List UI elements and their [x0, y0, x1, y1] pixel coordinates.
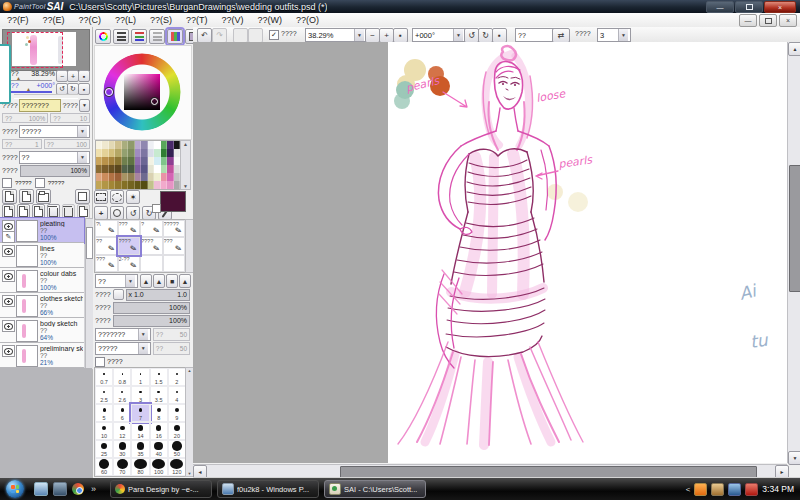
swatch-scroll-up-icon[interactable]: ▲ — [183, 141, 188, 147]
lasso-tool[interactable] — [110, 190, 124, 204]
navigator-thumbnail[interactable] — [2, 29, 90, 71]
volume-tray-icon[interactable] — [745, 483, 758, 496]
redo-button[interactable]: ↷ — [212, 28, 227, 43]
scroll-down-button[interactable]: ▼ — [788, 451, 800, 465]
canvas-viewport[interactable]: pearls loose pearls Ai tu — [193, 42, 787, 463]
brush-size-70[interactable]: 70 — [113, 458, 131, 476]
brush-size-0.7[interactable]: 0.7 — [95, 368, 113, 386]
rect-select-tool[interactable] — [94, 190, 108, 204]
brush-tool-4[interactable]: ??✎ — [95, 237, 118, 254]
brush-tool-3[interactable]: ?????✎ — [163, 220, 186, 237]
taskbar-button-1[interactable]: f0u2k8 - Windows P... — [217, 480, 319, 498]
texture-combo[interactable]: ????? ▼ — [19, 125, 90, 138]
transfer-layer-button[interactable] — [2, 204, 15, 219]
scroll-up-button[interactable]: ▲ — [788, 42, 800, 56]
brush-tip-shape-3[interactable]: ▲ — [179, 274, 191, 288]
brush-tool-0[interactable]: ?\✎ — [95, 220, 118, 237]
layer-option-checkbox-1[interactable] — [2, 178, 12, 188]
layer-visibility-toggle[interactable] — [2, 270, 15, 282]
brush-size-9[interactable]: 9 — [168, 404, 186, 422]
duplicate-layer-button[interactable] — [17, 204, 30, 219]
brush-size-35[interactable]: 35 — [131, 440, 149, 458]
chrome-quicklaunch-icon[interactable] — [72, 483, 84, 495]
brush-texture-combo-2[interactable]: ????? ▼ — [95, 342, 151, 355]
layer-visibility-toggle[interactable] — [2, 295, 15, 307]
swatches-toggle[interactable] — [167, 29, 183, 44]
merge-layer-button[interactable] — [32, 204, 45, 219]
angle-dropdown-icon[interactable]: ▼ — [453, 29, 463, 41]
zoom-dropdown-icon[interactable]: ▼ — [354, 29, 364, 41]
minimize-button[interactable]: — — [706, 1, 734, 13]
window-switcher-icon[interactable] — [53, 482, 67, 496]
canvas-zoom-reset-button[interactable]: ▪ — [393, 28, 408, 43]
brush-tip-dropdown-icon[interactable]: ▼ — [125, 275, 135, 287]
brush-size-slider[interactable]: x 1.01.0 — [126, 289, 190, 301]
brush-option-checkbox[interactable] — [95, 357, 105, 367]
brush-size-10[interactable]: 10 — [95, 422, 113, 440]
horizontal-scrollbar[interactable]: ◄ ► — [193, 464, 787, 478]
swatch-scrollbar[interactable]: ▲ ▼ — [180, 140, 191, 190]
navigator-zoom-slider-marker[interactable]: ▲ — [16, 75, 21, 81]
mdi-close-button[interactable]: × — [779, 14, 797, 27]
brush-size-20[interactable]: 20 — [168, 422, 186, 440]
texture-dropdown-icon[interactable]: ▼ — [77, 126, 87, 137]
network-tray-icon[interactable] — [728, 483, 741, 496]
navigator-viewport-rect[interactable] — [7, 32, 63, 68]
brush-size-16[interactable]: 16 — [150, 422, 168, 440]
quick-launch-more[interactable]: » — [91, 484, 96, 494]
close-button[interactable]: × — [764, 1, 796, 13]
layer-opacity-slider[interactable]: 100% — [20, 165, 90, 177]
move-tool[interactable]: + — [94, 206, 108, 220]
brush-tool-7[interactable]: ???✎ — [163, 237, 186, 254]
menu-item-5[interactable]: ??(T) — [179, 15, 215, 25]
vertical-scrollbar[interactable]: ▲ ▼ — [787, 42, 800, 463]
new-folder-button[interactable] — [36, 189, 51, 204]
brush-tool-9[interactable]: 2-??✎ — [118, 255, 141, 272]
swatch-scroll-down-icon[interactable]: ▼ — [183, 183, 188, 189]
brush-size-1[interactable]: 1 — [131, 368, 149, 386]
brush-tip-shape-2[interactable]: ■ — [166, 274, 178, 288]
blend-mode-dropdown-icon[interactable]: ▼ — [77, 152, 87, 163]
taskbar-button-0[interactable]: Para Design by ~e-... — [110, 480, 212, 498]
brush-size-120[interactable]: 120 — [168, 458, 186, 476]
layer-mask-button[interactable] — [75, 189, 90, 204]
brush-size-3.5[interactable]: 3.5 — [150, 386, 168, 404]
canvas-rotate-reset-button[interactable]: ▪ — [492, 28, 507, 43]
delete-layer-button[interactable] — [62, 204, 75, 219]
brush-size-12[interactable]: 12 — [113, 422, 131, 440]
canvas-zoom-out-button[interactable]: − — [365, 28, 380, 43]
clear-layer-button[interactable] — [47, 204, 60, 219]
brush-texture-dropdown-1[interactable]: ▼ — [138, 329, 148, 340]
maximize-button[interactable] — [735, 1, 763, 13]
brush-size-0.8[interactable]: 0.8 — [113, 368, 131, 386]
brush-size-5[interactable]: 5 — [95, 404, 113, 422]
brush-size-60[interactable]: 60 — [95, 458, 113, 476]
zoom-combo[interactable]: 38.29% ▼ — [305, 28, 367, 42]
deselect-button[interactable] — [233, 28, 248, 43]
rotate-view-tool[interactable]: ↺ — [126, 206, 140, 220]
brush-tool-2[interactable]: ?✎ — [140, 220, 163, 237]
brush-tool-5[interactable]: ????✎ — [118, 237, 141, 254]
menu-item-3[interactable]: ??(L) — [108, 15, 143, 25]
brush-size-7[interactable]: 7 — [131, 404, 149, 422]
layer-visibility-toggle[interactable] — [2, 320, 15, 332]
brush-tool-10[interactable] — [140, 255, 163, 272]
brush-size-25[interactable]: 25 — [95, 440, 113, 458]
canvas-zoom-in-button[interactable]: + — [379, 28, 394, 43]
brush-minsize-slider[interactable]: 100% — [113, 302, 190, 314]
start-button[interactable] — [6, 480, 24, 498]
brush-size-unit-button[interactable] — [113, 289, 124, 300]
paint-effect-dropdown[interactable]: ▼ — [79, 99, 90, 112]
current-color-swatch[interactable] — [160, 191, 186, 212]
brush-density-slider[interactable]: 100% — [113, 315, 190, 327]
mdi-restore-button[interactable] — [759, 14, 777, 27]
new-layer-button[interactable] — [2, 189, 17, 204]
rgb-slider-toggle[interactable] — [113, 29, 129, 44]
stabilizer-dropdown-icon[interactable]: ▼ — [618, 29, 628, 41]
brush-tip-shape-0[interactable]: ▲ — [140, 274, 152, 288]
brush-size-3[interactable]: 3 — [131, 386, 149, 404]
sai-tray-icon[interactable] — [694, 483, 707, 496]
angle-combo[interactable]: +000° ▼ — [412, 28, 466, 42]
blend-mode-combo[interactable]: ?? ▼ — [19, 151, 90, 164]
menu-item-7[interactable]: ??(W) — [251, 15, 290, 25]
